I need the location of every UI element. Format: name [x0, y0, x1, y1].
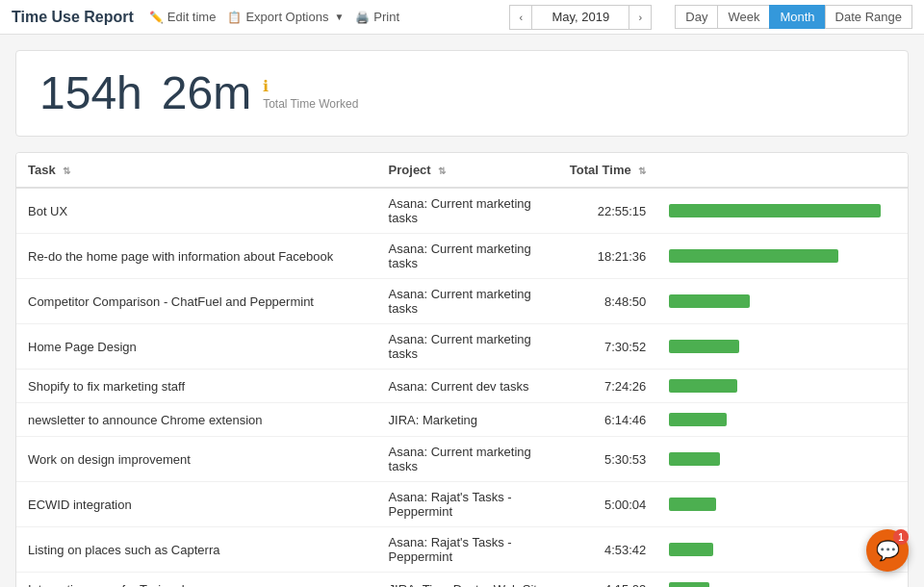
time-cell: 7:24:26: [558, 370, 657, 403]
table-row: Bot UXAsana: Current marketing tasks22:5…: [16, 188, 908, 234]
info-icon: ℹ: [263, 77, 358, 95]
next-period-button[interactable]: ›: [629, 5, 652, 30]
task-cell: newsletter to announce Chrome extension: [16, 403, 377, 437]
bar-cell: [657, 234, 908, 279]
project-column-header[interactable]: Project ⇅: [377, 153, 558, 188]
edit-icon: ✏️: [149, 11, 164, 24]
table-row: newsletter to announce Chrome extensionJ…: [16, 403, 908, 437]
edit-time-button[interactable]: ✏️ Edit time: [149, 10, 217, 24]
table-row: ECWID integrationAsana: Rajat's Tasks - …: [16, 482, 908, 527]
project-cell: JIRA: Time Doctor Web Site: [377, 573, 558, 588]
bar-cell: [657, 437, 908, 482]
project-cell: JIRA: Marketing: [377, 403, 558, 437]
page-title: Time Use Report: [12, 9, 134, 26]
total-time-label: Total Time Worked: [263, 97, 358, 111]
table-row: Integration page for TrainualJIRA: Time …: [16, 573, 908, 588]
project-cell: Asana: Rajat's Tasks - Peppermint: [377, 482, 558, 527]
bar-cell: [657, 482, 908, 527]
task-cell: Listing on places such as Capterra: [16, 527, 377, 573]
edit-time-label: Edit time: [167, 10, 217, 24]
bar-cell: [657, 279, 908, 324]
chevron-down-icon: ▼: [334, 12, 344, 22]
month-view-button[interactable]: Month: [769, 5, 824, 29]
project-cell: Asana: Current marketing tasks: [377, 188, 558, 234]
time-cell: 6:14:46: [558, 403, 657, 437]
time-use-table: Task ⇅ Project ⇅ Total Time ⇅ Bot UXAsan…: [15, 152, 909, 587]
chat-badge: 1: [893, 529, 909, 545]
bar-cell: [657, 188, 908, 234]
table-row: Re-do the home page with information abo…: [16, 234, 908, 279]
export-options-button[interactable]: 📋 Export Options ▼: [227, 10, 344, 24]
total-minutes: 26m: [162, 70, 251, 116]
table-row: Listing on places such as CapterraAsana:…: [16, 527, 908, 573]
project-sort-icon: ⇅: [438, 166, 446, 176]
table-row: Home Page DesignAsana: Current marketing…: [16, 324, 908, 370]
print-button[interactable]: 🖨️ Print: [355, 10, 399, 24]
total-time-sort-icon: ⇅: [638, 166, 646, 176]
task-cell: ECWID integration: [16, 482, 377, 527]
task-cell: Work on design improvement: [16, 437, 377, 482]
bar-column-header: [657, 153, 908, 188]
time-cell: 5:00:04: [558, 482, 657, 527]
export-label: Export Options: [245, 10, 328, 24]
date-range-view-button[interactable]: Date Range: [825, 5, 912, 29]
day-view-button[interactable]: Day: [675, 5, 717, 29]
prev-period-button[interactable]: ‹: [509, 5, 532, 30]
task-cell: Shopify to fix marketing staff: [16, 370, 377, 403]
print-label: Print: [373, 10, 399, 24]
total-hours: 154h: [39, 70, 142, 116]
task-cell: Bot UX: [16, 188, 377, 234]
time-cell: 5:30:53: [558, 437, 657, 482]
time-cell: 4:53:42: [558, 527, 657, 573]
print-icon: 🖨️: [355, 11, 370, 24]
bar-cell: [657, 573, 908, 588]
table-row: Shopify to fix marketing staffAsana: Cur…: [16, 370, 908, 403]
time-cell: 18:21:36: [558, 234, 657, 279]
view-toggle-group: Day Week Month Date Range: [675, 5, 912, 29]
export-icon: 📋: [227, 11, 242, 24]
project-cell: Asana: Current marketing tasks: [377, 279, 558, 324]
total-time-column-header[interactable]: Total Time ⇅: [558, 153, 657, 188]
task-cell: Home Page Design: [16, 324, 377, 370]
week-view-button[interactable]: Week: [717, 5, 769, 29]
bar-cell: [657, 324, 908, 370]
table-row: Competitor Comparison - ChatFuel and Pep…: [16, 279, 908, 324]
current-period-display: May, 2019: [532, 5, 629, 30]
project-cell: Asana: Current marketing tasks: [377, 437, 558, 482]
project-cell: Asana: Rajat's Tasks - Peppermint: [377, 527, 558, 573]
task-sort-icon: ⇅: [63, 166, 70, 176]
table-header-row: Task ⇅ Project ⇅ Total Time ⇅: [16, 153, 908, 188]
time-cell: 7:30:52: [558, 324, 657, 370]
task-cell: Integration page for Trainual: [16, 573, 377, 588]
summary-card: 154h 26m ℹ Total Time Worked: [15, 50, 909, 137]
task-cell: Re-do the home page with information abo…: [16, 234, 377, 279]
chat-bubble-button[interactable]: 💬 1: [866, 529, 909, 572]
task-column-header[interactable]: Task ⇅: [16, 153, 377, 188]
time-cell: 22:55:15: [558, 188, 657, 234]
time-cell: 4:15:03: [558, 573, 657, 588]
project-cell: Asana: Current dev tasks: [377, 370, 558, 403]
project-cell: Asana: Current marketing tasks: [377, 324, 558, 370]
table-row: Work on design improvementAsana: Current…: [16, 437, 908, 482]
bar-cell: [657, 403, 908, 437]
bar-cell: [657, 370, 908, 403]
task-cell: Competitor Comparison - ChatFuel and Pep…: [16, 279, 377, 324]
time-cell: 8:48:50: [558, 279, 657, 324]
project-cell: Asana: Current marketing tasks: [377, 234, 558, 279]
